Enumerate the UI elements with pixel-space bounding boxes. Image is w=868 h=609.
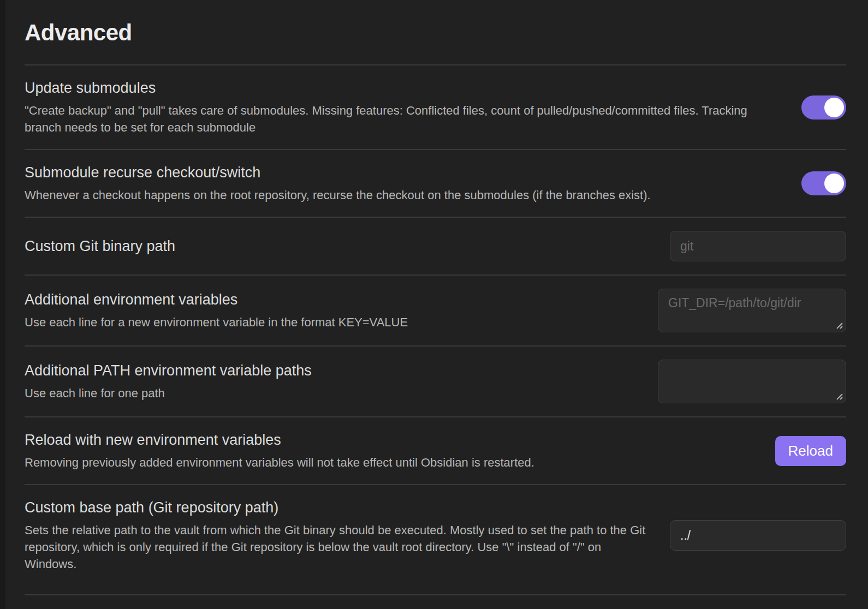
setting-name: Update submodules — [25, 79, 780, 98]
setting-name: Additional environment variables — [25, 290, 636, 309]
toggle-knob — [824, 98, 844, 117]
setting-name: Custom Git binary path — [25, 237, 648, 256]
env-variables-textarea[interactable] — [658, 289, 846, 332]
setting-name: Submodule recurse checkout/switch — [25, 163, 780, 182]
pane-left-edge — [0, 0, 5, 609]
setting-description: Whenever a checkout happens on the root … — [25, 187, 780, 204]
setting-control — [670, 231, 846, 261]
reload-button[interactable]: Reload — [775, 436, 846, 466]
resize-handle-icon[interactable] — [835, 321, 843, 330]
git-binary-path-input[interactable] — [670, 231, 846, 261]
setting-name: Additional PATH environment variable pat… — [25, 361, 636, 380]
page-title: Advanced — [25, 0, 846, 64]
settings-advanced-section: Advanced Update submodules "Create backu… — [25, 0, 846, 595]
setting-update-submodules: Update submodules "Create backup" and "p… — [25, 64, 846, 149]
setting-control — [670, 520, 846, 551]
setting-description: "Create backup" and "pull" takes care of… — [25, 102, 780, 136]
setting-control — [658, 289, 846, 332]
setting-info: Submodule recurse checkout/switch Whenev… — [25, 163, 801, 204]
setting-git-binary-path: Custom Git binary path — [25, 217, 846, 274]
setting-info: Custom Git binary path — [25, 237, 670, 256]
setting-path-variable-paths: Additional PATH environment variable pat… — [25, 345, 846, 416]
path-variable-paths-textarea[interactable] — [658, 360, 846, 403]
setting-info: Reload with new environment variables Re… — [25, 431, 775, 471]
setting-control: Reload — [775, 436, 846, 466]
setting-info: Update submodules "Create backup" and "p… — [25, 79, 801, 136]
setting-name: Reload with new environment variables — [25, 431, 753, 450]
update-submodules-toggle[interactable] — [801, 95, 846, 120]
setting-description: Removing previously added environment va… — [25, 454, 753, 471]
setting-info: Additional PATH environment variable pat… — [25, 361, 658, 402]
setting-description: Sets the relative path to the vault from… — [25, 522, 648, 572]
resize-handle-icon[interactable] — [835, 392, 843, 401]
setting-info: Custom base path (Git repository path) S… — [25, 498, 670, 572]
setting-description: Use each line for a new environment vari… — [25, 314, 636, 331]
setting-info: Additional environment variables Use eac… — [25, 290, 658, 331]
setting-name: Custom base path (Git repository path) — [25, 498, 648, 517]
setting-control — [801, 95, 846, 120]
setting-control — [801, 171, 846, 195]
setting-control — [658, 360, 846, 403]
custom-base-path-input[interactable] — [670, 520, 846, 551]
submodule-recurse-toggle[interactable] — [801, 171, 846, 195]
section-divider — [25, 594, 846, 595]
setting-description: Use each line for one path — [25, 385, 636, 402]
setting-reload-env: Reload with new environment variables Re… — [25, 416, 846, 484]
setting-custom-base-path: Custom base path (Git repository path) S… — [25, 484, 846, 594]
setting-submodule-recurse: Submodule recurse checkout/switch Whenev… — [25, 149, 846, 217]
setting-env-variables: Additional environment variables Use eac… — [25, 274, 846, 345]
toggle-knob — [824, 174, 844, 193]
